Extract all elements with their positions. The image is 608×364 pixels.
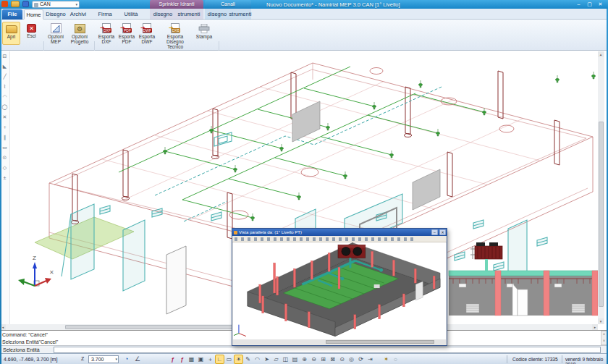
esporta-dxf-button[interactable]: ➜ DXF Esporta DXF (97, 22, 116, 45)
contextual-group-sprinkler: Sprinkler Idranti (150, 0, 203, 9)
render-window-titlebar[interactable]: Vista parallela da: (1° Livello PT) – ✕ (232, 229, 447, 236)
osnap-nearest-icon[interactable]: ƒ (168, 355, 177, 364)
window-icon (234, 231, 237, 234)
angle-icon[interactable]: ∠ (135, 355, 140, 363)
ribbon: Apri ✕ Esci Opzioni MEP ⚙ Opzioni Proget… (0, 20, 608, 51)
open-folder-icon (6, 25, 17, 33)
quick-access-combo[interactable]: CAN ▾ (32, 1, 80, 8)
open-folder-icon[interactable] (11, 1, 20, 7)
ucs-icon[interactable]: ▣ (196, 355, 206, 364)
quick-access-value: CAN (40, 1, 51, 7)
ortho-icon[interactable]: ∟ (215, 355, 224, 364)
close-button[interactable]: ✕ (596, 1, 605, 8)
exit-icon: ✕ (27, 24, 36, 33)
contextual-group-canali: Canali (205, 0, 251, 9)
grid-icon[interactable]: ▦ (187, 355, 196, 364)
tab-sprinkler-strumenti[interactable]: strumenti (176, 9, 202, 20)
crosshair-icon[interactable]: ＋ (206, 355, 215, 364)
scroll-right-icon[interactable]: ▸ (592, 324, 598, 330)
app-icon[interactable] (1, 1, 8, 7)
settings-icon[interactable]: ◌ (391, 355, 400, 364)
zoom-out-icon[interactable]: ⊖ (309, 355, 318, 364)
render-3d (233, 242, 446, 340)
osnap-perpendicular-icon[interactable]: ƒ (177, 355, 187, 364)
minimize-button[interactable]: – (574, 1, 583, 8)
zoom-previous-icon[interactable]: ⊙ (337, 355, 347, 364)
tab-canali-disegno[interactable]: disegno (206, 9, 228, 20)
render-panel (374, 284, 380, 288)
esporta-pdf-button[interactable]: ➜ PDF Esporta PDF (117, 22, 136, 45)
tab-firma-digitale[interactable]: Firma digitale (89, 9, 121, 20)
application-window: { "titlebar": { "title": "Nuovo Document… (0, 0, 608, 364)
scroll-down-icon[interactable]: ▾ (598, 318, 604, 324)
zoom-window-icon[interactable]: ⊞ (318, 355, 328, 364)
client-code: Codice cliente: 17335 (512, 357, 558, 362)
opzioni-mep-button[interactable]: Opzioni MEP (46, 22, 66, 45)
render-axis-icon (234, 325, 246, 337)
apri-button[interactable]: Apri (2, 22, 20, 45)
stampa-button[interactable]: Stampa (194, 22, 214, 45)
prompt-label: Seleziona Entità (3, 347, 40, 352)
lamp-icon[interactable]: ☀ (234, 355, 243, 364)
column (495, 271, 501, 316)
svg-text:✕: ✕ (49, 269, 54, 276)
column (544, 271, 549, 316)
ucs-world-icon[interactable]: ◔ (124, 355, 128, 363)
tab-sprinkler-disegno[interactable]: disegno (151, 9, 174, 20)
render-window-title: Vista parallela da: (1° Livello PT) (239, 230, 302, 234)
plot-preview-icon[interactable]: ✶ (381, 355, 391, 364)
ucs-axis-icon: Z ✕ (18, 255, 54, 286)
vscroll-thumb[interactable] (599, 122, 604, 307)
command-input[interactable] (54, 347, 601, 353)
z-label: Z (81, 356, 84, 361)
opzioni-progetto-button[interactable]: ⚙ Opzioni Progetto (67, 22, 92, 45)
render-viewport[interactable] (233, 242, 446, 340)
scroll-up-icon[interactable]: ˄ (601, 331, 607, 338)
pointer-icon[interactable]: ➤ (262, 355, 271, 364)
esci-button[interactable]: ✕ Esci (22, 22, 41, 45)
sprinkler-heads[interactable] (163, 72, 595, 221)
scroll-down-icon[interactable]: ˅ (601, 338, 607, 344)
save-icon[interactable] (22, 1, 29, 7)
minimize-button[interactable]: – (431, 229, 438, 235)
command-prompt-row: Seleziona Entità (0, 345, 608, 353)
arc-mode-icon[interactable]: ◠ (253, 355, 262, 364)
render-window-scrollbar[interactable] (233, 339, 446, 344)
fscroll-thumb[interactable] (326, 340, 434, 344)
render-door (415, 282, 423, 300)
tab-canali-strumenti[interactable]: strumenti (229, 9, 252, 20)
sketch-icon[interactable]: ✎ (243, 355, 253, 364)
maximize-button[interactable]: ▢ (585, 1, 594, 8)
cube-view-icon[interactable]: ◫ (281, 355, 290, 364)
column (592, 271, 598, 316)
close-button[interactable]: ✕ (439, 229, 446, 235)
zoom-in-icon[interactable]: ⊕ (300, 355, 309, 364)
pan-icon[interactable]: ⇥ (366, 355, 375, 364)
tab-file[interactable]: File (2, 9, 22, 20)
zoom-extents-icon[interactable]: ⊠ (328, 355, 337, 364)
project-gear-icon: ⚙ (75, 24, 85, 33)
tab-utilita[interactable]: Utilità (122, 9, 140, 20)
zoom-realtime-icon[interactable]: ◎ (347, 355, 356, 364)
scroll-up-icon[interactable]: ▴ (598, 51, 604, 57)
chevron-down-icon: ▾ (75, 1, 77, 7)
tab-archivi[interactable]: Archivi (68, 9, 88, 20)
tab-home[interactable]: Home (24, 9, 43, 20)
regen-icon[interactable]: ⟳ (356, 355, 366, 364)
toolbar-icons[interactable] (235, 237, 415, 241)
titlebar: CAN ▾ Sprinkler Idranti Canali Nuovo Doc… (0, 0, 608, 9)
render-view-window[interactable]: Vista parallela da: (1° Livello PT) – ✕ (232, 228, 447, 346)
z-level-combo[interactable]: 3.700▾ (88, 355, 119, 363)
layers-icon[interactable]: ▤ (290, 355, 300, 364)
esporta-disegno-tecnico-button[interactable]: ➜ DXB Esporta Disegno Tecnico (159, 22, 191, 45)
vertical-scrollbar[interactable]: ▴ ▾ (598, 51, 604, 324)
set-square-icon (51, 23, 62, 33)
export-dxf-icon: ➜ DXF (102, 23, 111, 33)
window-frame-left (0, 9, 1, 364)
render-window-toolbar[interactable] (232, 236, 447, 242)
esporta-dwf-button[interactable]: ➜ DWF Esporta DWF (138, 22, 156, 45)
iso-view-icon[interactable]: ▱ (271, 355, 281, 364)
selection-window-icon[interactable]: ▭ (224, 355, 234, 364)
ribbon-tab-row: File Home Disegno Archivi Firma digitale… (0, 9, 608, 20)
tab-disegno[interactable]: Disegno (44, 9, 67, 20)
